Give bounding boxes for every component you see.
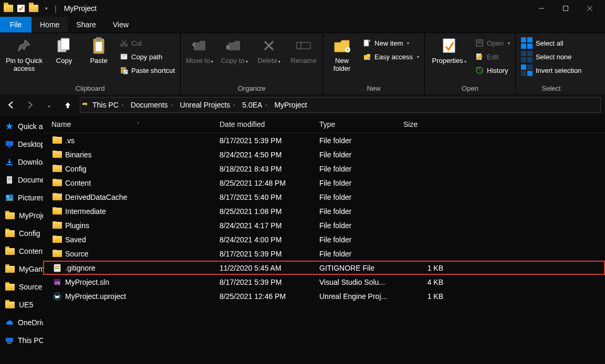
crumb-50ea[interactable]: 5.0EA› <box>240 101 269 109</box>
back-button[interactable] <box>4 98 18 112</box>
file-row[interactable]: .vs8/17/2021 5:39 PMFile folder <box>43 133 605 147</box>
sidebar-item[interactable]: Documents <box>5 173 43 187</box>
body: Quick accessDesktopDownloadsDocumentsPic… <box>0 115 605 364</box>
select-none-button[interactable]: Select none <box>519 50 583 63</box>
file-row[interactable]: Source8/17/2021 5:39 PMFile folder <box>43 247 605 261</box>
col-type[interactable]: Type <box>319 120 403 129</box>
sidebar-item[interactable]: UE5 <box>5 298 43 312</box>
chevron-right-icon[interactable]: › <box>122 102 123 108</box>
file-type: Visual Studio Solu... <box>319 278 403 286</box>
crumb-this-pc[interactable]: This PC› <box>90 101 126 109</box>
group-new: New folder New item▾ Easy access▾ New <box>323 33 425 94</box>
recent-button[interactable]: ⌄ <box>42 98 56 112</box>
sidebar-item[interactable]: OneDrive <box>5 316 43 329</box>
cut-button[interactable]: Cut <box>118 36 177 50</box>
qat-folder-icon[interactable] <box>28 3 39 14</box>
group-label-organize: Organize <box>184 83 319 94</box>
file-row[interactable]: VSMyProject.sln8/17/2021 5:39 PMVisual S… <box>43 275 605 289</box>
file-date: 8/17/2021 5:39 PM <box>220 136 319 145</box>
maximize-button[interactable] <box>554 0 578 17</box>
file-row[interactable]: Content8/25/2021 12:48 PMFile folder <box>43 176 605 190</box>
file-type: File folder <box>319 179 403 187</box>
paste-shortcut-button[interactable]: Paste shortcut <box>118 63 177 77</box>
chevron-right-icon[interactable]: › <box>233 102 235 108</box>
sidebar-item[interactable]: Pictures <box>5 191 43 205</box>
svg-rect-9 <box>96 42 102 51</box>
file-row[interactable]: Config8/18/2021 8:43 PMFile folder <box>43 162 605 176</box>
ribbon-tabs: File Home Share View <box>0 17 605 33</box>
delete-button[interactable]: Delete▾ <box>253 35 285 65</box>
sidebar-item[interactable]: This PC <box>5 334 43 347</box>
sidebar-item[interactable]: Desktop <box>5 137 43 151</box>
sidebar-item[interactable]: Downloads <box>5 155 43 169</box>
tab-home[interactable]: Home <box>32 17 68 33</box>
tab-view[interactable]: View <box>105 17 137 33</box>
col-name[interactable]: Name ˄ <box>51 120 220 129</box>
titlebar-separator: | <box>55 4 57 13</box>
folder-icon <box>5 247 15 256</box>
window-title: MyProject <box>64 4 97 13</box>
nav-sidebar[interactable]: Quick accessDesktopDownloadsDocumentsPic… <box>0 115 43 364</box>
file-row[interactable]: MyProject.uproject8/25/2021 12:46 PMUnre… <box>43 289 605 303</box>
copy-path-button[interactable]: Copy path <box>118 50 177 63</box>
svg-rect-17 <box>226 45 230 49</box>
file-row[interactable]: Intermediate8/25/2021 1:08 PMFile folder <box>43 204 605 218</box>
history-button[interactable]: History <box>473 63 512 77</box>
select-all-button[interactable]: Select all <box>519 36 583 50</box>
qat-dropdown-icon[interactable]: ▾ <box>41 3 51 14</box>
edit-button[interactable]: Edit <box>473 50 512 63</box>
sidebar-item[interactable]: Config <box>5 227 43 240</box>
easy-access-button[interactable]: Easy access▾ <box>361 50 421 63</box>
file-name: .gitignore <box>65 264 96 272</box>
file-row[interactable]: Binaries8/24/2021 4:50 PMFile folder <box>43 147 605 162</box>
sidebar-item[interactable]: Source <box>5 280 43 294</box>
chevron-right-icon[interactable]: › <box>265 102 267 108</box>
minimize-button[interactable] <box>529 0 554 17</box>
select-none-icon <box>521 51 533 62</box>
forward-button[interactable] <box>23 98 37 112</box>
invert-selection-button[interactable]: Invert selection <box>519 63 583 77</box>
qat-properties-icon[interactable] <box>16 3 26 14</box>
col-date[interactable]: Date modified <box>220 120 319 129</box>
paste-button[interactable]: Paste <box>83 35 114 65</box>
chevron-right-icon[interactable]: › <box>171 102 173 108</box>
file-row[interactable]: Plugins8/24/2021 4:17 PMFile folder <box>43 218 605 232</box>
download-icon <box>5 157 14 167</box>
folder-icon <box>5 300 15 309</box>
up-button[interactable] <box>61 98 75 112</box>
copy-button[interactable]: Copy <box>48 35 80 65</box>
crumb-documents[interactable]: Documents› <box>129 101 175 109</box>
new-folder-button[interactable]: New folder <box>326 35 358 73</box>
new-item-button[interactable]: New item▾ <box>361 36 421 50</box>
file-type: File folder <box>319 193 403 201</box>
open-button[interactable]: Open▾ <box>473 36 512 50</box>
crumb-unreal-projects[interactable]: Unreal Projects› <box>178 101 237 109</box>
crumb-myproject[interactable]: MyProject <box>272 101 309 109</box>
tab-file[interactable]: File <box>0 17 32 33</box>
file-row[interactable]: .gitignore11/2/2020 5:45 AMGITIGNORE Fil… <box>43 261 605 275</box>
sidebar-item[interactable]: MyGame <box>5 262 43 276</box>
close-button[interactable] <box>578 0 602 17</box>
properties-button[interactable]: Properties▾ <box>428 35 470 65</box>
file-name: Binaries <box>65 151 92 159</box>
svg-rect-42 <box>55 268 59 269</box>
col-size[interactable]: Size <box>403 120 461 129</box>
file-type: File folder <box>319 207 403 216</box>
move-to-button[interactable]: Move to▾ <box>184 35 215 65</box>
pin-to-quick-access-button[interactable]: Pin to Quick access <box>3 35 45 73</box>
gitignore-icon <box>51 264 63 272</box>
sidebar-item[interactable]: Content <box>5 244 43 258</box>
cut-icon <box>120 39 128 47</box>
sidebar-item[interactable]: MyProject <box>5 209 43 222</box>
copy-to-button[interactable]: Copy to▾ <box>218 35 250 65</box>
sidebar-item[interactable]: Quick access <box>5 120 43 133</box>
file-row[interactable]: Saved8/24/2021 4:00 PMFile folder <box>43 232 605 247</box>
file-name: Content <box>65 179 91 187</box>
sidebar-item-label: Documents <box>18 176 43 184</box>
file-date: 8/24/2021 4:00 PM <box>220 235 319 244</box>
breadcrumb[interactable]: › This PC› Documents› Unreal Projects› 5… <box>80 97 601 113</box>
tab-share[interactable]: Share <box>68 17 104 33</box>
rename-button[interactable]: Rename <box>288 35 319 65</box>
file-row[interactable]: DerivedDataCache8/17/2021 5:40 PMFile fo… <box>43 190 605 204</box>
folder-icon <box>51 179 63 186</box>
